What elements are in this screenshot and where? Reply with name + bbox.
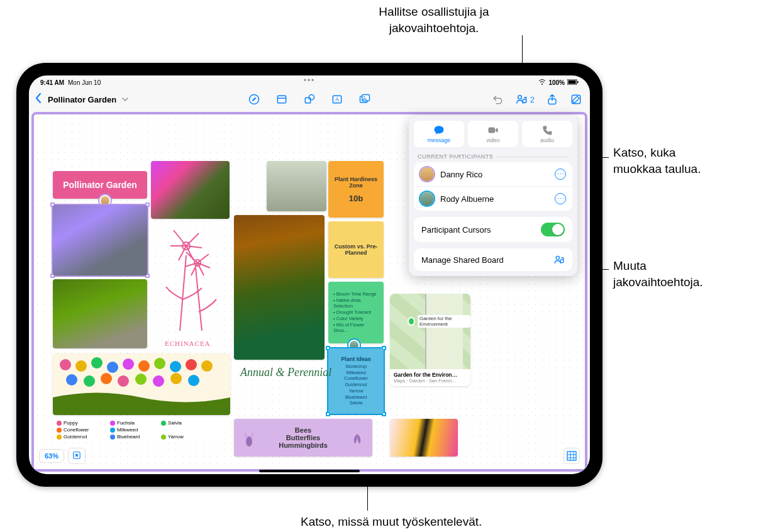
participant-row[interactable]: Rody Albuerne ⋯ xyxy=(414,187,572,211)
svg-point-35 xyxy=(153,375,164,387)
screen: ••• 9:41 AM Mon Jun 10 100% Pollinator G… xyxy=(29,75,590,474)
manage-shared-board[interactable]: Manage Shared Board xyxy=(414,248,572,271)
battery-icon xyxy=(567,79,579,86)
avatar xyxy=(420,192,434,206)
text-tool-icon[interactable]: A xyxy=(331,93,343,106)
participant-cursors-toggle[interactable]: Participant Cursors xyxy=(414,217,572,242)
photo-hummingbird[interactable] xyxy=(267,161,326,211)
svg-point-24 xyxy=(123,358,134,370)
status-date: Mon Jun 10 xyxy=(68,79,101,86)
svg-point-23 xyxy=(107,362,118,373)
ideas-title: Plant Ideas xyxy=(341,356,371,362)
planting-diagram[interactable] xyxy=(53,353,230,415)
svg-point-12 xyxy=(364,96,365,97)
shape-tool-icon[interactable] xyxy=(303,93,316,106)
cursors-label: Participant Cursors xyxy=(421,225,491,235)
svg-point-34 xyxy=(135,374,147,385)
svg-point-31 xyxy=(84,375,95,387)
freeform-canvas[interactable]: Pollinator Garden Plant Hardiness Zone 1… xyxy=(31,112,587,472)
participant-row[interactable]: Danny Rico ⋯ xyxy=(414,162,572,187)
toggle-on[interactable] xyxy=(541,223,565,236)
svg-text:A: A xyxy=(335,96,339,103)
hardiness-label: Plant Hardiness Zone xyxy=(332,176,380,189)
collaboration-button[interactable]: 2 xyxy=(515,93,535,106)
battery-pct: 100% xyxy=(548,79,565,86)
avatar xyxy=(420,167,434,181)
svg-point-32 xyxy=(101,373,112,384)
photo-butterfly[interactable] xyxy=(151,161,230,219)
photo-garden-bed[interactable] xyxy=(53,279,147,348)
zoom-controls: 63% xyxy=(39,448,86,464)
collaboration-icon xyxy=(553,254,565,265)
share-icon[interactable] xyxy=(546,93,558,106)
back-button[interactable] xyxy=(35,93,42,106)
svg-point-22 xyxy=(91,357,103,369)
ipad-frame: ••• 9:41 AM Mon Jun 10 100% Pollinator G… xyxy=(16,63,603,487)
svg-point-13 xyxy=(518,96,521,99)
zoom-level[interactable]: 63% xyxy=(39,449,64,463)
participant-name: Danny Rico xyxy=(440,170,548,179)
message-button[interactable]: message xyxy=(414,121,464,147)
collab-count: 2 xyxy=(530,95,535,104)
title-sticky[interactable]: Pollinator Garden xyxy=(53,171,147,199)
hardiness-value: 10b xyxy=(349,194,363,203)
svg-point-46 xyxy=(556,256,559,259)
svg-point-29 xyxy=(201,360,213,372)
svg-rect-40 xyxy=(567,452,576,460)
undo-icon[interactable] xyxy=(491,93,504,106)
svg-point-30 xyxy=(66,374,77,385)
participant-list: Danny Rico ⋯ Rody Albuerne ⋯ xyxy=(414,162,572,211)
title-menu-chevron[interactable] xyxy=(122,96,128,103)
svg-rect-4 xyxy=(277,96,286,103)
collaboration-popover: message video audio CURRENT PARTICIPANTS… xyxy=(409,116,577,276)
wifi-icon xyxy=(538,79,546,86)
map-card[interactable]: Garden for the Environment Garden for th… xyxy=(390,294,470,386)
svg-point-25 xyxy=(138,360,150,372)
annual-perennial-text[interactable]: Annual & Perennial xyxy=(240,366,331,379)
media-tool-icon[interactable] xyxy=(358,93,371,106)
photo-bee-closeup[interactable] xyxy=(390,419,458,457)
audio-button[interactable]: audio xyxy=(522,121,572,147)
sticky-hardiness[interactable]: Plant Hardiness Zone 10b xyxy=(328,161,384,218)
sticky-plant-ideas[interactable]: Plant Ideas Stonecrop Milkweed Coneflowe… xyxy=(328,348,384,414)
bloom-list: Bloom Time Range Native Area Selection D… xyxy=(333,291,379,334)
participants-section-label: CURRENT PARTICIPANTS xyxy=(418,153,569,160)
toolbar-right: 2 xyxy=(491,93,582,106)
svg-point-36 xyxy=(170,373,182,384)
svg-point-33 xyxy=(118,375,129,387)
svg-rect-2 xyxy=(577,81,579,83)
sticky-bloom[interactable]: Bloom Time Range Native Area Selection D… xyxy=(328,282,384,343)
svg-point-20 xyxy=(60,359,71,370)
participant-more-icon[interactable]: ⋯ xyxy=(555,193,566,204)
sticky-pollinators[interactable]: Bees Butterflies Hummingbirds xyxy=(234,419,372,457)
svg-point-47 xyxy=(560,260,564,263)
svg-point-28 xyxy=(186,359,197,370)
callout-manage: Muuta jakovaihtoehtoja. xyxy=(613,258,703,290)
svg-point-26 xyxy=(154,358,165,369)
pen-tool-icon[interactable] xyxy=(248,93,260,106)
sticky-tool-icon[interactable] xyxy=(275,93,288,106)
favorites-button[interactable] xyxy=(68,448,86,464)
callout-top: Hallitse osallistujia ja jakovaihtoehtoj… xyxy=(352,4,516,36)
title-sticky-label: Pollinator Garden xyxy=(63,180,136,190)
document-title[interactable]: Pollinator Garden xyxy=(48,95,116,104)
callout-cursors: Katso, missä muut työskentelevät. xyxy=(301,514,482,530)
svg-rect-1 xyxy=(569,80,576,84)
callout-participants: Katso, kuka muokkaa taulua. xyxy=(613,145,701,177)
video-button[interactable]: video xyxy=(468,121,518,147)
map-subtitle: Maps · Garden · San Franci… xyxy=(394,378,467,384)
map-pin: Garden for the Environment xyxy=(408,315,470,328)
multitask-ellipsis[interactable]: ••• xyxy=(304,76,316,85)
svg-rect-45 xyxy=(489,128,496,133)
echinacea-sketch[interactable] xyxy=(148,218,231,343)
photo-bee-lavender[interactable] xyxy=(53,205,147,275)
svg-point-38 xyxy=(246,436,252,446)
sticky-custom[interactable]: Custom vs. Pre-Planned xyxy=(328,221,384,278)
home-indicator[interactable] xyxy=(259,470,360,472)
photo-flower-bed[interactable] xyxy=(234,215,325,360)
navigator-button[interactable] xyxy=(564,448,580,464)
plant-legend[interactable]: Poppy Fuchsia Salvia Coneflower Milkweed… xyxy=(53,418,230,442)
custom-label: Custom vs. Pre-Planned xyxy=(332,243,380,256)
new-board-icon[interactable] xyxy=(570,93,582,106)
participant-more-icon[interactable]: ⋯ xyxy=(555,169,566,180)
